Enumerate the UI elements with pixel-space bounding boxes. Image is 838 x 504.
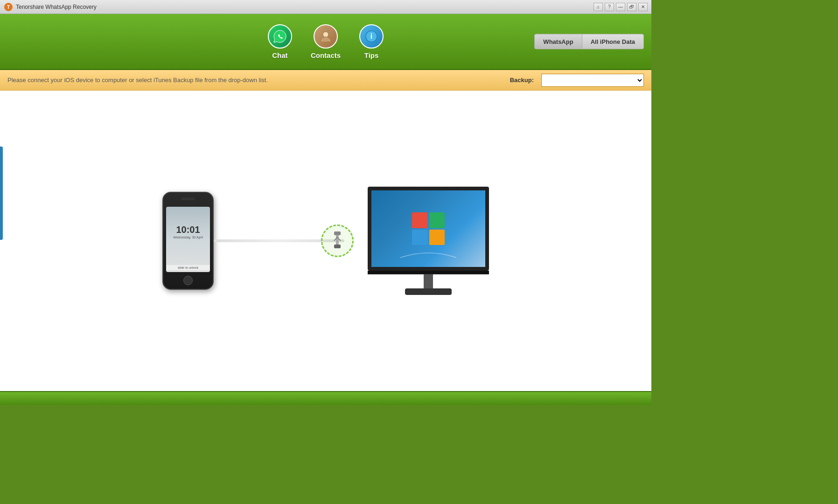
close-button[interactable]: ✕ xyxy=(638,3,648,11)
minimize-button[interactable]: — xyxy=(616,3,625,11)
notification-text: Please connect your iOS device to comput… xyxy=(7,77,503,84)
windows-logo-yellow xyxy=(429,230,445,245)
windows-logo-blue xyxy=(412,230,428,245)
iphone-time: 10:01 xyxy=(166,224,210,235)
svg-point-2 xyxy=(323,32,328,37)
monitor-screen xyxy=(368,187,489,271)
iphone-illustration: 10:01 Wednesday, 30 April slide to unloc… xyxy=(162,192,214,290)
tips-icon: i xyxy=(359,24,384,49)
backup-label: Backup: xyxy=(510,77,534,84)
main-content: 10:01 Wednesday, 30 April slide to unloc… xyxy=(0,91,651,391)
monitor-stand-neck xyxy=(424,274,433,288)
iphone-lock-text: slide to unlock xyxy=(166,265,210,270)
iphone-body: 10:01 Wednesday, 30 April slide to unloc… xyxy=(162,192,214,290)
backup-dropdown[interactable] xyxy=(541,74,644,87)
windows-logo-green xyxy=(429,212,445,228)
restore-button[interactable]: 🗗 xyxy=(627,3,636,11)
help-button[interactable]: ? xyxy=(605,3,614,11)
bottom-bar xyxy=(0,391,651,405)
iphone-speaker xyxy=(181,197,195,200)
window-controls: ⌂ ? — 🗗 ✕ xyxy=(594,3,648,11)
nav-bar: Chat Contacts i Tips xyxy=(0,14,651,70)
windows-logo xyxy=(412,212,445,245)
iphone-home-button xyxy=(183,276,193,285)
home-button[interactable]: ⌂ xyxy=(594,3,603,11)
monitor-stand-base xyxy=(405,288,452,295)
tab-chat[interactable]: Chat xyxy=(268,24,292,59)
cable-area xyxy=(214,231,344,250)
svg-text:T: T xyxy=(7,5,10,10)
whatsapp-button[interactable]: WhatsApp xyxy=(535,35,582,49)
svg-text:i: i xyxy=(370,32,372,40)
top-right-buttons: WhatsApp All iPhone Data xyxy=(534,34,644,49)
notification-bar: Please connect your iOS device to comput… xyxy=(0,70,651,91)
chat-tab-label: Chat xyxy=(272,51,287,59)
all-iphone-data-button[interactable]: All iPhone Data xyxy=(582,35,643,49)
usb-connector xyxy=(321,224,354,257)
tab-contacts[interactable]: Contacts xyxy=(311,24,341,59)
nav-tabs: Chat Contacts i Tips xyxy=(268,24,384,59)
windows-logo-red xyxy=(412,212,428,228)
tips-tab-label: Tips xyxy=(364,51,379,59)
chat-icon xyxy=(268,24,292,49)
monitor-illustration xyxy=(368,187,489,295)
contacts-icon xyxy=(314,24,338,49)
app-logo: T xyxy=(4,2,13,12)
svg-rect-7 xyxy=(334,245,341,248)
title-bar-text: Tenorshare WhatsApp Recovery xyxy=(16,4,594,10)
monitor-bottom xyxy=(368,271,489,274)
svg-rect-5 xyxy=(334,231,341,235)
svg-rect-6 xyxy=(336,235,339,245)
iphone-date: Wednesday, 30 April xyxy=(166,236,210,239)
title-bar: T Tenorshare WhatsApp Recovery ⌂ ? — 🗗 ✕ xyxy=(0,0,651,14)
contacts-tab-label: Contacts xyxy=(311,51,341,59)
iphone-screen: 10:01 Wednesday, 30 April slide to unloc… xyxy=(166,207,210,272)
tab-tips[interactable]: i Tips xyxy=(359,24,384,59)
app-window: T Tenorshare WhatsApp Recovery ⌂ ? — 🗗 ✕ xyxy=(0,0,651,405)
connection-illustration: 10:01 Wednesday, 30 April slide to unloc… xyxy=(0,91,651,391)
